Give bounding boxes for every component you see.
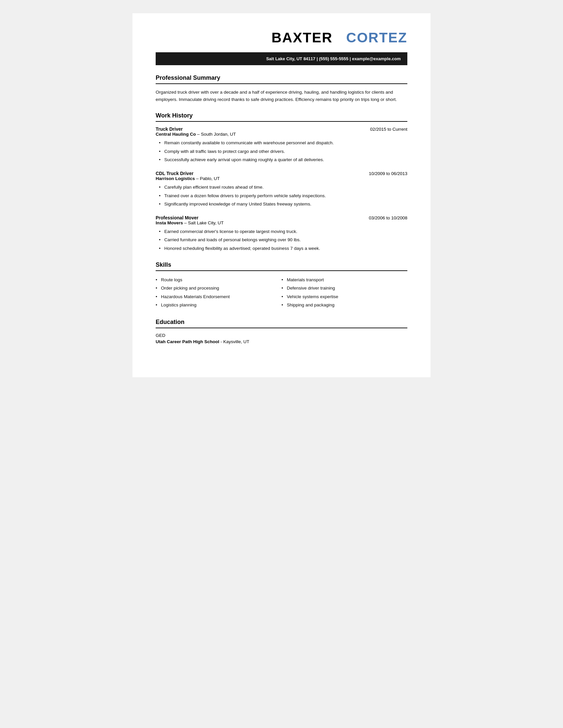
work-history-title: Work History	[156, 112, 407, 119]
skills-section: Skills Route logs Order picking and proc…	[156, 261, 407, 310]
bullet-3-3: Honored scheduling flexibility as advert…	[159, 245, 407, 252]
job-dates-2: 10/2009 to 06/2013	[369, 171, 407, 176]
company-location-1: South Jordan, UT	[201, 132, 236, 137]
job-header-3: Professional Mover 03/2006 to 10/2008	[156, 215, 407, 220]
school-location: Kaysville, UT	[223, 339, 249, 344]
skill-left-1: Route logs	[156, 276, 282, 284]
job-title-2: CDL Truck Driver	[156, 171, 193, 176]
education-degree: GED	[156, 333, 407, 338]
resume-container: BAXTER CORTEZ Salt Lake City, UT 84117 |…	[132, 13, 431, 377]
summary-divider	[156, 83, 407, 84]
job-company-3: Insta Movers – Salt Lake City, UT	[156, 220, 407, 225]
job-block-1: Truck Driver 02/2015 to Current Central …	[156, 126, 407, 163]
education-divider	[156, 328, 407, 328]
skills-left-column: Route logs Order picking and processing …	[156, 276, 282, 310]
job-company-2: Harrison Logistics – Pablo, UT	[156, 176, 407, 181]
company-name-1: Central Hauling Co	[156, 132, 196, 137]
company-name-2: Harrison Logistics	[156, 176, 195, 181]
company-location-separator-1: –	[197, 132, 201, 137]
last-name: CORTEZ	[346, 30, 407, 45]
education-title: Education	[156, 319, 407, 326]
school-location-separator: -	[220, 339, 223, 344]
skills-title: Skills	[156, 261, 407, 268]
job-bullets-3: Earned commercial driver's license to op…	[156, 228, 407, 252]
school-name: Utah Career Path High School	[156, 339, 219, 344]
skill-right-3: Vehicle systems expertise	[282, 293, 407, 301]
job-header-1: Truck Driver 02/2015 to Current	[156, 126, 407, 132]
skills-divider	[156, 270, 407, 271]
education-section: Education GED Utah Career Path High Scho…	[156, 319, 407, 344]
skill-left-3: Hazardous Materials Endorsement	[156, 293, 282, 301]
job-title-3: Professional Mover	[156, 215, 198, 220]
skill-left-4: Logistics planning	[156, 301, 282, 309]
job-dates-1: 02/2015 to Current	[370, 127, 407, 132]
professional-summary-title: Professional Summary	[156, 74, 407, 81]
job-block-2: CDL Truck Driver 10/2009 to 06/2013 Harr…	[156, 171, 407, 208]
header-name: BAXTER CORTEZ	[156, 30, 407, 46]
skill-right-2: Defensive driver training	[282, 284, 407, 293]
company-location-separator-3: –	[184, 220, 188, 225]
skills-right-column: Materials transport Defensive driver tra…	[282, 276, 407, 310]
summary-text: Organized truck driver with over a decad…	[156, 89, 407, 103]
job-dates-3: 03/2006 to 10/2008	[369, 215, 407, 220]
job-header-2: CDL Truck Driver 10/2009 to 06/2013	[156, 171, 407, 176]
first-name: BAXTER	[271, 30, 333, 45]
bullet-3-1: Earned commercial driver's license to op…	[159, 228, 407, 235]
contact-bar: Salt Lake City, UT 84117 | (555) 555-555…	[156, 52, 407, 65]
skills-grid: Route logs Order picking and processing …	[156, 276, 407, 310]
work-history-divider	[156, 121, 407, 122]
company-name-3: Insta Movers	[156, 220, 183, 225]
work-history-section: Work History Truck Driver 02/2015 to Cur…	[156, 112, 407, 252]
bullet-1-2: Comply with all traffic laws to protect …	[159, 148, 407, 155]
education-school: Utah Career Path High School - Kaysville…	[156, 339, 407, 344]
bullet-2-2: Trained over a dozen fellow drivers to p…	[159, 192, 407, 200]
company-location-separator-2: –	[196, 176, 200, 181]
professional-summary-section: Professional Summary Organized truck dri…	[156, 74, 407, 103]
bullet-1-1: Remain constantly available to communica…	[159, 139, 407, 147]
job-bullets-1: Remain constantly available to communica…	[156, 139, 407, 163]
skill-right-4: Shipping and packaging	[282, 301, 407, 309]
company-location-3: Salt Lake City, UT	[188, 220, 224, 225]
job-title-1: Truck Driver	[156, 126, 183, 132]
job-block-3: Professional Mover 03/2006 to 10/2008 In…	[156, 215, 407, 252]
bullet-2-3: Significantly improved knowledge of many…	[159, 201, 407, 208]
company-location-2: Pablo, UT	[200, 176, 220, 181]
bullet-3-2: Carried furniture and loads of personal …	[159, 236, 407, 244]
bullet-2-1: Carefully plan efficient travel routes a…	[159, 184, 407, 191]
contact-info: Salt Lake City, UT 84117 | (555) 555-555…	[266, 56, 401, 61]
bullet-1-3: Successfully achieve early arrival upon …	[159, 156, 407, 163]
job-bullets-2: Carefully plan efficient travel routes a…	[156, 184, 407, 208]
skill-right-1: Materials transport	[282, 276, 407, 284]
job-company-1: Central Hauling Co – South Jordan, UT	[156, 132, 407, 137]
skill-left-2: Order picking and processing	[156, 284, 282, 293]
